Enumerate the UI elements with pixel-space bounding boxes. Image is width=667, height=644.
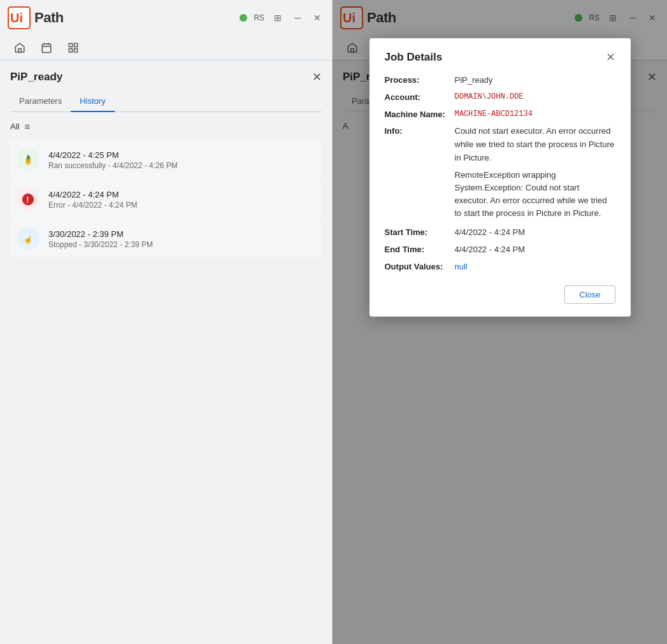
home-icon [14, 42, 25, 54]
left-home-btn[interactable] [10, 39, 29, 56]
modal-account-value: DOMAIN\JOHN.DOE [455, 91, 524, 103]
modal-start-time-value: 4/4/2022 - 4:24 PM [455, 226, 526, 240]
svg-rect-5 [42, 44, 51, 53]
left-panel-content: PiP_ready ✕ Parameters History All ≡ ☝ [0, 61, 332, 644]
modal-info-row: Info: Could not start executor. An error… [385, 125, 615, 164]
modal-info-text: Could not start executor. An error occur… [455, 125, 615, 164]
history-status-1: Ran successfully - 4/4/2022 - 4:26 PM [48, 161, 315, 170]
modal-process-value: PiP_ready [455, 74, 493, 87]
left-minimize-btn[interactable]: ─ [291, 12, 304, 24]
history-item-1[interactable]: ☝ 4/4/2022 - 4:25 PM Ran successfully - … [10, 141, 322, 179]
left-grid-btn[interactable] [64, 39, 83, 56]
history-date-1: 4/4/2022 - 4:25 PM [48, 150, 315, 160]
modal-close-x-btn[interactable]: ✕ [606, 52, 615, 63]
left-logo-text: Path [34, 10, 64, 26]
left-titlebar-right: RS ⊞ ─ ✕ [240, 12, 324, 24]
history-info-2: 4/4/2022 - 4:24 PM Error - 4/4/2022 - 4:… [48, 190, 315, 210]
history-info-1: 4/4/2022 - 4:25 PM Ran successfully - 4/… [48, 150, 315, 170]
history-icon-error: ! [17, 188, 39, 211]
svg-rect-4 [18, 49, 22, 52]
left-panel-title: PiP_ready [10, 71, 62, 83]
job-details-modal: Job Details ✕ Process: PiP_ready Account… [369, 38, 631, 317]
svg-text:☝: ☝ [24, 156, 33, 165]
modal-machine-row: Machine Name: MACHINE-ABCD12134 [385, 108, 615, 122]
left-user-initials: RS [254, 13, 264, 22]
grid-icon [68, 42, 79, 54]
left-history-list: ☝ 4/4/2022 - 4:25 PM Ran successfully - … [10, 141, 322, 258]
svg-rect-12 [75, 49, 78, 52]
modal-process-label: Process: [385, 74, 455, 87]
left-tabs: Parameters History [10, 91, 322, 112]
svg-rect-11 [69, 49, 72, 52]
modal-close-btn[interactable]: Close [564, 285, 615, 304]
history-icon-stopped: ☝ [17, 227, 39, 250]
left-tab-parameters[interactable]: Parameters [10, 91, 71, 112]
left-status-dot [240, 14, 247, 22]
right-panel: Ui Path RS ⊞ ─ ✕ [333, 0, 667, 644]
history-status-2: Error - 4/4/2022 - 4:24 PM [48, 201, 315, 210]
left-calendar-btn[interactable] [37, 39, 56, 56]
history-icon-success: ☝ [17, 148, 39, 171]
modal-info-label: Info: [385, 125, 455, 138]
modal-output-value: null [455, 261, 468, 274]
history-item-2[interactable]: ! 4/4/2022 - 4:24 PM Error - 4/4/2022 - … [10, 180, 322, 218]
stopped-icon: ☝ [22, 233, 34, 245]
svg-rect-9 [69, 43, 72, 47]
left-titlebar: Ui Path RS ⊞ ─ ✕ [0, 0, 332, 36]
filter-icon[interactable]: ≡ [24, 121, 30, 132]
uipath-logo-icon: Ui [8, 6, 31, 29]
modal-account-row: Account: DOMAIN\JOHN.DOE [385, 91, 615, 104]
svg-text:☝: ☝ [24, 235, 33, 244]
modal-header: Job Details ✕ [385, 51, 615, 64]
svg-rect-10 [75, 43, 78, 47]
touch-icon: ☝ [22, 154, 34, 166]
modal-start-time-label: Start Time: [385, 226, 455, 240]
modal-machine-label: Machine Name: [385, 108, 455, 122]
modal-footer: Close [385, 285, 615, 304]
left-panel: Ui Path RS ⊞ ─ ✕ [0, 0, 333, 644]
modal-title: Job Details [385, 51, 443, 64]
left-panel-close-btn[interactable]: ✕ [312, 71, 322, 83]
modal-output-label: Output Values: [385, 261, 455, 274]
left-nav-bar [0, 36, 332, 61]
left-tab-history[interactable]: History [71, 91, 114, 112]
left-logo-area: Ui Path [8, 6, 64, 29]
svg-text:Ui: Ui [10, 11, 23, 25]
calendar-icon [41, 42, 52, 54]
error-icon: ! [21, 192, 35, 206]
modal-body: Process: PiP_ready Account: DOMAIN\JOHN.… [385, 74, 615, 274]
history-date-2: 4/4/2022 - 4:24 PM [48, 190, 315, 199]
svg-text:!: ! [26, 195, 29, 204]
modal-start-time-row: Start Time: 4/4/2022 - 4:24 PM [385, 226, 615, 240]
modal-process-row: Process: PiP_ready [385, 74, 615, 87]
history-item-3[interactable]: ☝ 3/30/2022 - 2:39 PM Stopped - 3/30/202… [10, 220, 322, 258]
history-status-3: Stopped - 3/30/2022 - 2:39 PM [48, 240, 315, 249]
modal-end-time-value: 4/4/2022 - 4:24 PM [455, 243, 526, 257]
modal-account-label: Account: [385, 91, 455, 104]
history-info-3: 3/30/2022 - 2:39 PM Stopped - 3/30/2022 … [48, 229, 315, 249]
left-close-btn[interactable]: ✕ [310, 12, 324, 24]
modal-error-trace: RemoteException wrapping System.Exceptio… [385, 169, 615, 220]
modal-output-row: Output Values: null [385, 261, 615, 274]
left-filter-label: All [10, 122, 19, 131]
modal-end-time-label: End Time: [385, 243, 455, 257]
left-panel-header: PiP_ready ✕ [10, 71, 322, 83]
modal-overlay: Job Details ✕ Process: PiP_ready Account… [333, 0, 667, 644]
modal-machine-value: MACHINE-ABCD12134 [455, 108, 533, 120]
left-filter-row: All ≡ [10, 121, 322, 132]
left-layout-btn[interactable]: ⊞ [271, 12, 285, 24]
modal-end-time-row: End Time: 4/4/2022 - 4:24 PM [385, 243, 615, 257]
history-date-3: 3/30/2022 - 2:39 PM [48, 229, 315, 239]
